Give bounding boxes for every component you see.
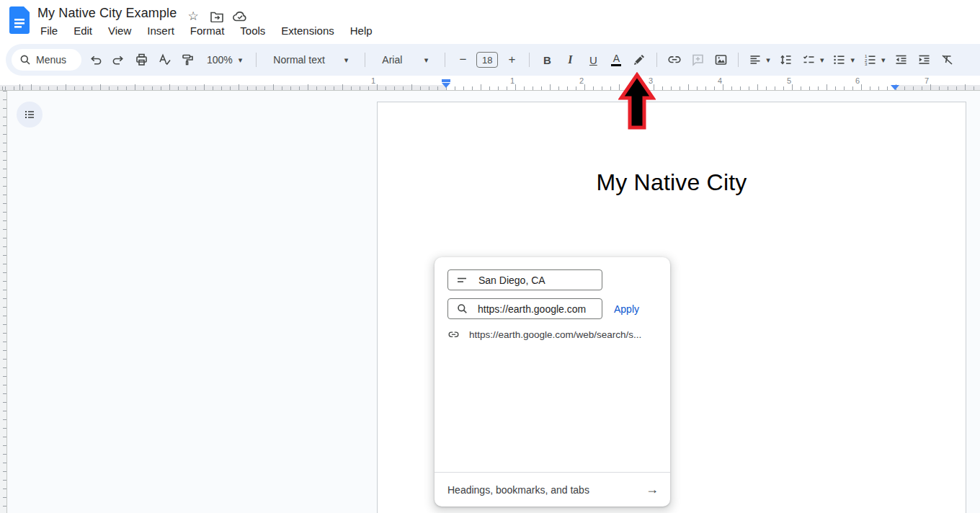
svg-text:3: 3 [865, 62, 868, 66]
chevron-down-icon [424, 55, 429, 65]
bold-button[interactable]: B [538, 50, 556, 69]
menu-help[interactable]: Help [342, 23, 380, 38]
star-icon[interactable]: ☆ [185, 8, 201, 24]
move-folder-icon[interactable] [209, 8, 225, 24]
toolbar: Menus 100% Normal text Arial [6, 44, 980, 76]
divider [445, 53, 445, 67]
line-spacing-icon [779, 53, 793, 66]
link-text-value: San Diego, CA [478, 275, 545, 286]
link-icon [667, 54, 682, 66]
document-title-text: My Native City [378, 169, 966, 196]
line-spacing-button[interactable] [777, 50, 796, 69]
insert-image-button[interactable] [711, 50, 730, 69]
zoom-value: 100% [207, 54, 233, 66]
print-button[interactable] [132, 50, 151, 69]
spellcheck-icon [158, 53, 172, 66]
menus-search-button[interactable]: Menus [12, 49, 81, 71]
ruler-number: 4 [718, 76, 722, 85]
decrease-font-size-button[interactable]: − [453, 50, 472, 69]
checklist-select[interactable] [800, 50, 827, 69]
divider [365, 53, 365, 67]
increase-indent-icon [917, 53, 931, 66]
ruler-number: 1 [510, 76, 514, 85]
zoom-select[interactable]: 100% [201, 50, 248, 69]
menu-view[interactable]: View [100, 23, 139, 38]
insert-link-dialog: San Diego, CA https://earth.google.com A… [435, 257, 670, 507]
link-suggestion-row[interactable]: https://earth.google.com/web/search/s... [447, 329, 657, 340]
font-value: Arial [382, 54, 402, 66]
print-icon [135, 53, 148, 66]
ruler-number: 1 [371, 76, 375, 85]
text-icon [457, 275, 468, 285]
menu-edit[interactable]: Edit [66, 23, 100, 38]
paint-format-button[interactable] [178, 50, 197, 69]
ruler-number: 2 [579, 76, 584, 85]
headings-bookmarks-tabs-row[interactable]: Headings, bookmarks, and tabs → [435, 473, 670, 507]
bulleted-list-select[interactable] [830, 50, 857, 69]
spellcheck-button[interactable] [155, 50, 174, 69]
document-name[interactable]: My Native City Example [37, 6, 177, 21]
menu-extensions[interactable]: Extensions [273, 23, 342, 38]
cloud-status-icon[interactable] [232, 8, 248, 24]
numbered-list-select[interactable]: 1 2 3 [861, 50, 888, 69]
numbered-list-icon: 1 2 3 [863, 53, 877, 66]
bulleted-list-icon [832, 53, 846, 66]
ruler-number: 6 [855, 76, 860, 85]
chevron-down-icon [344, 55, 349, 65]
add-comment-button[interactable] [688, 50, 707, 69]
style-value: Normal text [273, 54, 325, 66]
text-color-button[interactable]: A [607, 50, 625, 69]
increase-font-size-button[interactable]: + [502, 50, 521, 69]
menu-format[interactable]: Format [182, 23, 233, 38]
horizontal-ruler: 1 1 2 3 4 5 6 7 [0, 76, 980, 91]
link-icon [447, 330, 460, 339]
right-indent-marker[interactable] [891, 85, 899, 90]
ruler-half-ticks [0, 84, 980, 90]
menu-file[interactable]: File [32, 23, 66, 38]
increase-indent-button[interactable] [914, 50, 933, 69]
decrease-indent-button[interactable] [891, 50, 910, 69]
titlebar: My Native City Example ☆ File Edit View … [0, 0, 980, 40]
outline-icon [23, 108, 36, 121]
arrow-right-icon: → [646, 482, 659, 497]
chevron-down-icon [766, 55, 770, 65]
redo-icon [112, 53, 125, 66]
italic-button[interactable]: I [561, 50, 579, 69]
ruler-number: 5 [787, 76, 791, 85]
font-size-input[interactable]: 18 [476, 52, 498, 68]
apply-button[interactable]: Apply [614, 303, 639, 315]
underline-button[interactable]: U [584, 50, 602, 69]
undo-button[interactable] [86, 50, 104, 69]
suggestion-url: https://earth.google.com/web/search/s... [469, 329, 641, 340]
paragraph-style-select[interactable]: Normal text [264, 50, 357, 69]
link-text-field[interactable]: San Diego, CA [447, 269, 602, 290]
clear-formatting-button[interactable] [937, 50, 956, 69]
chevron-down-icon [850, 55, 855, 65]
menus-label: Menus [36, 54, 66, 66]
link-url-field[interactable]: https://earth.google.com [447, 298, 602, 319]
chevron-down-icon [881, 55, 886, 65]
decrease-indent-icon [894, 53, 908, 66]
chevron-down-icon [820, 55, 824, 65]
redo-button[interactable] [109, 50, 128, 69]
align-left-icon [749, 53, 762, 66]
menu-insert[interactable]: Insert [139, 23, 182, 38]
highlight-color-button[interactable] [630, 50, 649, 69]
vertical-ruler [0, 91, 7, 513]
divider [256, 53, 257, 67]
google-docs-logo-icon[interactable] [9, 6, 30, 37]
divider [738, 53, 739, 67]
document-outline-button[interactable] [17, 102, 43, 128]
search-icon [19, 54, 31, 66]
footer-label: Headings, bookmarks, and tabs [447, 484, 589, 496]
left-indent-marker[interactable] [442, 79, 450, 88]
insert-link-button[interactable] [665, 50, 684, 69]
align-select[interactable] [747, 50, 772, 69]
add-comment-icon [691, 53, 705, 66]
text-color-icon: A [611, 53, 621, 66]
search-icon [457, 303, 468, 314]
font-family-select[interactable]: Arial [373, 50, 437, 69]
menu-tools[interactable]: Tools [232, 23, 273, 38]
ruler-number: 3 [649, 76, 653, 85]
link-url-value: https://earth.google.com [478, 303, 586, 315]
